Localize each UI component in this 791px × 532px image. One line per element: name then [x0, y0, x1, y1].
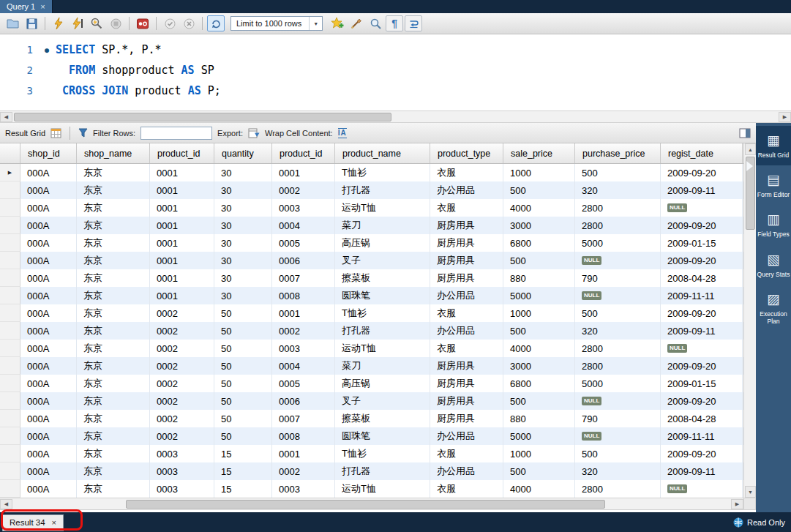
grid-cell[interactable]: 000A — [20, 199, 77, 217]
grid-cell[interactable]: 0001 — [150, 252, 214, 269]
grid-cell[interactable]: 30 — [214, 287, 272, 304]
grid-cell[interactable]: 办公用品 — [430, 181, 503, 199]
grid-cell[interactable]: 790 — [575, 269, 661, 287]
grid-cell[interactable]: 0002 — [150, 410, 214, 427]
grid-cell[interactable]: 东京 — [77, 269, 150, 287]
grid-cell[interactable]: 2800 — [575, 217, 661, 234]
grid-cell[interactable]: 0002 — [272, 322, 335, 340]
grid-cell[interactable]: 000A — [20, 234, 77, 252]
grid-cell[interactable]: 50 — [214, 427, 272, 445]
commit-button[interactable] — [161, 15, 179, 31]
row-selector[interactable] — [0, 462, 20, 480]
grid-cell[interactable]: 3000 — [503, 217, 575, 234]
grid-cell[interactable]: 厨房用具 — [430, 269, 503, 287]
filter-icon[interactable] — [78, 128, 88, 138]
grid-cell[interactable]: 50 — [214, 410, 272, 427]
row-selector[interactable] — [0, 199, 20, 217]
grid-cell[interactable]: 东京 — [77, 340, 150, 357]
grid-cell[interactable]: 东京 — [77, 357, 150, 375]
grid-cell[interactable]: 500 — [575, 445, 661, 462]
row-selector[interactable] — [0, 181, 20, 199]
table-row[interactable]: 000A东京0002500003运动T恤衣服40002800NULL — [0, 340, 743, 357]
grid-cell[interactable]: 2009-09-20 — [661, 217, 743, 234]
export-icon[interactable] — [248, 128, 260, 138]
grid-cell[interactable]: 东京 — [77, 392, 150, 410]
grid-cell[interactable]: 0005 — [272, 375, 335, 392]
grid-cell[interactable]: T恤衫 — [335, 164, 430, 181]
grid-cell[interactable]: 0001 — [272, 445, 335, 462]
grid-cell[interactable]: T恤衫 — [335, 445, 430, 462]
grid-cell[interactable]: 运动T恤 — [335, 199, 430, 217]
row-selector[interactable] — [0, 410, 20, 427]
grid-cell[interactable]: 0002 — [150, 357, 214, 375]
row-selector[interactable] — [0, 357, 20, 375]
grid-cell[interactable]: 000A — [20, 410, 77, 427]
grid-cell[interactable]: 东京 — [77, 375, 150, 392]
row-selector[interactable] — [0, 480, 20, 498]
grid-cell[interactable]: 2009-09-20 — [661, 357, 743, 375]
new-snippet-button[interactable] — [329, 15, 346, 31]
grid-cell[interactable]: 0008 — [272, 427, 335, 445]
grid-cell[interactable]: 50 — [214, 322, 272, 340]
code-line[interactable]: 2 FROM shopproduct AS SP — [0, 60, 791, 80]
grid-cell[interactable]: 东京 — [77, 445, 150, 462]
grid-cell[interactable]: 2009-09-20 — [661, 392, 743, 410]
grid-cell[interactable]: 东京 — [77, 480, 150, 498]
grid-cell[interactable]: 衣服 — [430, 164, 503, 181]
row-selector[interactable] — [0, 340, 20, 357]
grid-cell[interactable]: 500 — [503, 252, 575, 269]
stop-query-button[interactable] — [107, 15, 124, 31]
toggle-stop-on-error-button[interactable] — [134, 15, 151, 31]
row-selector[interactable] — [0, 252, 20, 269]
collapse-panel-arrow-icon[interactable] — [746, 161, 753, 171]
grid-cell[interactable]: 4000 — [503, 480, 575, 498]
grid-cell[interactable]: 叉子 — [335, 252, 430, 269]
result-tab-close-icon[interactable]: × — [52, 519, 56, 527]
grid-cell[interactable]: 衣服 — [430, 199, 503, 217]
code-text[interactable]: FROM shopproduct AS SP — [56, 64, 214, 77]
grid-cell[interactable]: 000A — [20, 480, 77, 498]
grid-cell[interactable]: 0002 — [272, 462, 335, 480]
grid-cell[interactable]: 东京 — [77, 427, 150, 445]
grid-cell[interactable]: 2800 — [575, 480, 661, 498]
grid-cell[interactable]: 2009-01-15 — [661, 234, 743, 252]
grid-cell[interactable]: 30 — [214, 199, 272, 217]
grid-cell[interactable]: 500 — [575, 164, 661, 181]
grid-cell[interactable]: 4000 — [503, 199, 575, 217]
grid-cell[interactable]: 000A — [20, 181, 77, 199]
table-row[interactable]: 000A东京0002500001T恤衫衣服10005002009-09-20 — [0, 304, 743, 322]
grid-cell[interactable]: 0003 — [272, 340, 335, 357]
scroll-right-button[interactable]: ▶ — [779, 112, 791, 122]
grid-cell[interactable]: 30 — [214, 181, 272, 199]
row-selector[interactable] — [0, 287, 20, 304]
row-selector[interactable] — [0, 269, 20, 287]
table-row[interactable]: 000A东京0001300004菜刀厨房用具300028002009-09-20 — [0, 217, 743, 234]
grid-cell[interactable]: 30 — [214, 217, 272, 234]
find-button[interactable] — [367, 15, 384, 31]
open-script-button[interactable] — [4, 15, 21, 31]
grid-cell[interactable]: 320 — [575, 462, 661, 480]
grid-cell[interactable]: 000A — [20, 164, 77, 181]
panel-toggle-button[interactable] — [739, 128, 751, 138]
grid-cell[interactable]: 东京 — [77, 410, 150, 427]
grid-cell[interactable]: 000A — [20, 392, 77, 410]
table-row[interactable]: 000A东京0002500005高压锅厨房用具680050002009-01-1… — [0, 375, 743, 392]
sidebar-item-query-stats[interactable]: ▧Query Stats — [756, 245, 791, 285]
scroll-up-button[interactable]: ▲ — [745, 143, 756, 155]
column-header[interactable]: product_id — [272, 143, 335, 163]
grid-cell[interactable]: 0002 — [150, 304, 214, 322]
code-line[interactable]: 1●SELECT SP.*, P.* — [0, 40, 791, 60]
sidebar-item-result-grid[interactable]: ▦Result Grid — [756, 126, 791, 165]
save-script-button[interactable] — [23, 15, 40, 31]
grid-cell[interactable]: 办公用品 — [430, 427, 503, 445]
grid-cell[interactable]: 0001 — [150, 287, 214, 304]
grid-cell[interactable]: 0006 — [272, 392, 335, 410]
grid-cell[interactable]: 6800 — [503, 234, 575, 252]
grid-cell[interactable]: 15 — [214, 445, 272, 462]
grid-cell[interactable]: 50 — [214, 375, 272, 392]
table-row[interactable]: 000A东京0001300007擦菜板厨房用具8807902008-04-28 — [0, 269, 743, 287]
grid-cell[interactable]: 1000 — [503, 445, 575, 462]
grid-cell[interactable]: 3000 — [503, 357, 575, 375]
grid-cell[interactable]: 东京 — [77, 217, 150, 234]
grid-cell[interactable]: 880 — [503, 269, 575, 287]
